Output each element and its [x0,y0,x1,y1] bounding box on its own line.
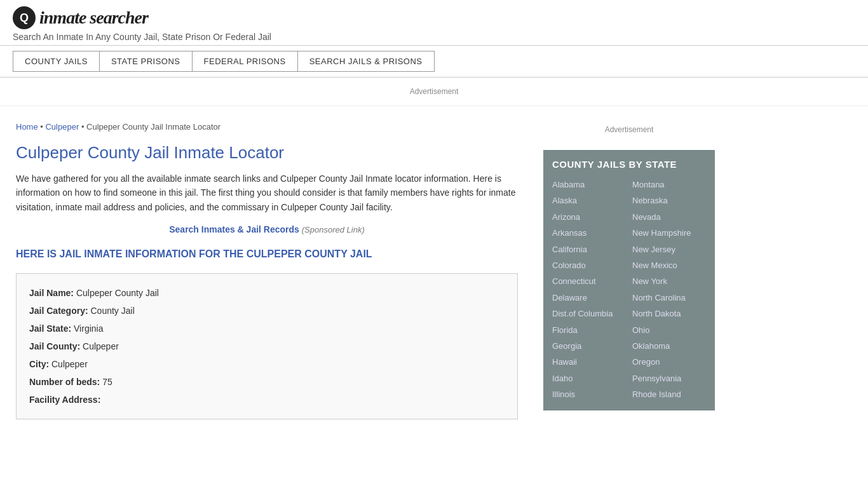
field-jail-name: Jail Name: Culpeper County Jail [29,284,505,302]
state-col-right: Montana Nebraska Nevada New Hampshire Ne… [632,177,706,402]
state-alaska[interactable]: Alaska [552,193,626,208]
main-content: Home • Culpeper • Culpeper County Jail I… [0,112,534,448]
field-jail-state: Jail State: Virginia [29,320,505,337]
state-list-title: COUNTY JAILS BY STATE [552,159,706,170]
sponsored-link[interactable]: Search Inmates & Jail Records [169,224,299,234]
field-jail-category: Jail Category: County Jail [29,302,505,320]
field-address: Facility Address: [29,391,505,409]
body-text: We have gathered for you all the availab… [16,172,518,214]
state-new-mexico[interactable]: New Mexico [632,258,706,273]
state-illinois[interactable]: Illinois [552,387,626,402]
state-connecticut[interactable]: Connecticut [552,274,626,288]
main-nav: COUNTY JAILS STATE PRISONS FEDERAL PRISO… [0,46,868,78]
state-hawaii[interactable]: Hawaii [552,355,626,369]
state-oklahoma[interactable]: Oklahoma [632,339,706,353]
state-dc[interactable]: Dist.of Columbia [552,306,626,321]
state-col-left: Alabama Alaska Arizona Arkansas Californ… [552,177,626,402]
state-new-york[interactable]: New York [632,274,706,288]
state-pennsylvania[interactable]: Pennsylvania [632,371,706,386]
nav-state-prisons[interactable]: STATE PRISONS [99,51,192,72]
nav-federal-prisons[interactable]: FEDERAL PRISONS [192,51,297,72]
state-ohio[interactable]: Ohio [632,323,706,337]
state-new-jersey[interactable]: New Jersey [632,242,706,257]
breadcrumb-home[interactable]: Home [16,122,38,132]
sponsored-link-container: Search Inmates & Jail Records (Sponsored… [16,224,518,234]
state-alabama[interactable]: Alabama [552,177,626,192]
nav-county-jails[interactable]: COUNTY JAILS [13,51,99,72]
state-colorado[interactable]: Colorado [552,258,626,273]
site-header: Q inmate searcher Search An Inmate In An… [0,0,868,46]
logo-icon: Q [13,6,36,29]
state-new-hampshire[interactable]: New Hampshire [632,226,706,240]
state-nebraska[interactable]: Nebraska [632,193,706,208]
state-list-box: COUNTY JAILS BY STATE Alabama Alaska Ari… [543,150,715,410]
section-header: HERE IS JAIL INMATE INFORMATION FOR THE … [16,247,518,261]
state-delaware[interactable]: Delaware [552,290,626,305]
tagline: Search An Inmate In Any County Jail, Sta… [13,32,855,42]
state-oregon[interactable]: Oregon [632,355,706,369]
state-rhode-island[interactable]: Rhode Island [632,387,706,402]
sidebar-ad: Advertisement [543,119,715,140]
sponsored-label: (Sponsored Link) [302,225,365,234]
breadcrumb: Home • Culpeper • Culpeper County Jail I… [16,122,518,132]
state-north-carolina[interactable]: North Carolina [632,290,706,305]
main-layout: Home • Culpeper • Culpeper County Jail I… [0,112,868,448]
state-arizona[interactable]: Arizona [552,210,626,224]
state-idaho[interactable]: Idaho [552,371,626,386]
sidebar: Advertisement COUNTY JAILS BY STATE Alab… [534,112,724,448]
state-montana[interactable]: Montana [632,177,706,192]
state-california[interactable]: California [552,242,626,257]
state-arkansas[interactable]: Arkansas [552,226,626,240]
page-title: Culpeper County Jail Inmate Locator [16,143,518,163]
state-georgia[interactable]: Georgia [552,339,626,353]
state-florida[interactable]: Florida [552,323,626,337]
field-beds: Number of beds: 75 [29,373,505,391]
field-city: City: Culpeper [29,355,505,373]
jail-info-box: Jail Name: Culpeper County Jail Jail Cat… [16,273,518,419]
breadcrumb-parent[interactable]: Culpeper [45,122,79,132]
nav-search-jails-prisons[interactable]: SEARCH JAILS & PRISONS [297,51,435,72]
state-nevada[interactable]: Nevada [632,210,706,224]
state-columns: Alabama Alaska Arizona Arkansas Californ… [552,177,706,402]
top-ad-bar: Advertisement [0,78,868,106]
state-north-dakota[interactable]: North Dakota [632,306,706,321]
logo-text: inmate searcher [39,8,148,28]
field-jail-county: Jail County: Culpeper [29,337,505,355]
breadcrumb-current: Culpeper County Jail Inmate Locator [86,122,220,132]
